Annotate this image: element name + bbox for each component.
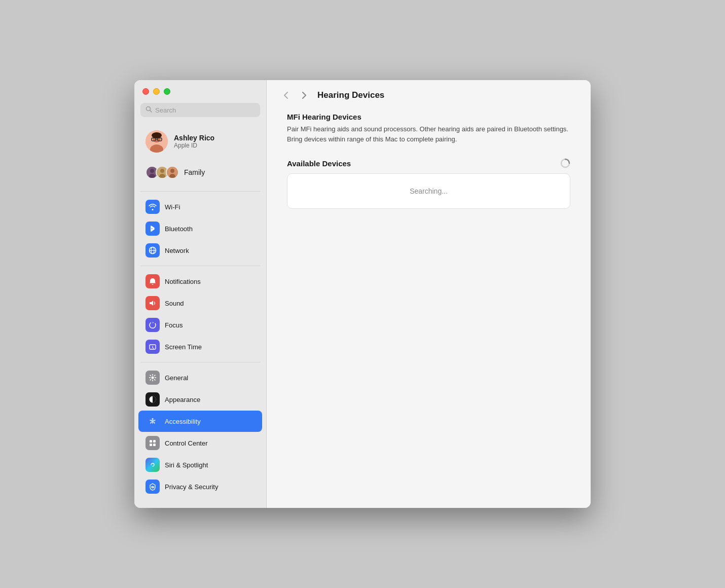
sidebar-item-privacy-label: Privacy & Security bbox=[165, 483, 218, 491]
sidebar-item-wifi[interactable]: Wi-Fi bbox=[138, 196, 262, 217]
sidebar-item-controlcenter[interactable]: Control Center bbox=[138, 432, 262, 454]
search-bar[interactable]: Search bbox=[140, 103, 260, 117]
wifi-icon bbox=[146, 200, 160, 214]
sidebar-item-appearance[interactable]: Appearance bbox=[138, 389, 262, 410]
accessibility-icon bbox=[146, 414, 160, 428]
sidebar-item-focus-label: Focus bbox=[165, 321, 183, 329]
sidebar-group-connectivity: Wi-Fi Bluetooth Network bbox=[134, 196, 266, 262]
svg-point-24 bbox=[152, 418, 154, 420]
back-button[interactable] bbox=[279, 88, 293, 102]
sidebar-item-privacy[interactable]: Privacy & Security bbox=[138, 476, 262, 497]
appearance-icon bbox=[146, 392, 160, 407]
sidebar-item-network[interactable]: Network bbox=[138, 240, 262, 261]
sidebar-item-wifi-label: Wi-Fi bbox=[165, 203, 180, 211]
notifications-icon bbox=[146, 274, 160, 288]
bluetooth-icon bbox=[146, 222, 160, 236]
searching-text: Searching... bbox=[410, 187, 448, 195]
sidebar-item-sound[interactable]: Sound bbox=[138, 292, 262, 314]
siri-icon bbox=[146, 458, 160, 472]
svg-point-8 bbox=[152, 132, 162, 138]
focus-icon bbox=[146, 318, 160, 332]
user-info: Ashley Rico Apple ID bbox=[174, 134, 214, 149]
sound-icon bbox=[146, 296, 160, 310]
screentime-icon bbox=[146, 340, 160, 354]
sidebar-item-focus[interactable]: Focus bbox=[138, 314, 262, 336]
svg-point-29 bbox=[149, 461, 156, 468]
page-title: Hearing Devices bbox=[317, 90, 384, 100]
main-window: Search Ashley Rico Apple ID bbox=[134, 80, 591, 508]
network-icon bbox=[146, 243, 160, 258]
sidebar-item-bluetooth[interactable]: Bluetooth bbox=[138, 218, 262, 239]
sidebar-item-notifications[interactable]: Notifications bbox=[138, 271, 262, 292]
toolbar: Hearing Devices bbox=[267, 80, 591, 108]
family-section[interactable]: Family bbox=[138, 162, 262, 183]
svg-rect-26 bbox=[153, 440, 156, 443]
available-devices-title: Available Devices bbox=[287, 159, 351, 168]
search-icon bbox=[146, 106, 152, 114]
sidebar-item-controlcenter-label: Control Center bbox=[165, 439, 208, 447]
svg-rect-25 bbox=[150, 440, 152, 443]
minimize-button[interactable] bbox=[153, 88, 160, 95]
sidebar-item-network-label: Network bbox=[165, 247, 189, 254]
sidebar-item-accessibility-label: Accessibility bbox=[165, 418, 201, 425]
sidebar-item-general[interactable]: General bbox=[138, 367, 262, 388]
sidebar-item-screentime-label: Screen Time bbox=[165, 343, 202, 351]
user-name: Ashley Rico bbox=[174, 134, 214, 142]
sidebar-divider-3 bbox=[140, 362, 260, 362]
sidebar-divider-1 bbox=[140, 191, 260, 192]
close-button[interactable] bbox=[142, 88, 149, 95]
svg-point-10 bbox=[150, 169, 154, 173]
traffic-lights bbox=[134, 88, 266, 103]
svg-rect-27 bbox=[150, 444, 152, 446]
svg-point-16 bbox=[170, 169, 174, 173]
forward-button[interactable] bbox=[297, 88, 311, 102]
sidebar-group-media: Notifications Sound Focu bbox=[134, 270, 266, 358]
search-placeholder: Search bbox=[155, 106, 176, 114]
sidebar-item-screentime[interactable]: Screen Time bbox=[138, 336, 262, 357]
family-avatars bbox=[146, 166, 179, 179]
maximize-button[interactable] bbox=[164, 88, 170, 95]
svg-point-22 bbox=[152, 377, 154, 379]
family-label: Family bbox=[184, 168, 205, 176]
spinner bbox=[560, 158, 570, 168]
sidebar-item-sound-label: Sound bbox=[165, 300, 184, 307]
sidebar-item-siri-label: Siri & Spotlight bbox=[165, 461, 208, 469]
svg-line-1 bbox=[150, 111, 152, 113]
sidebar-item-appearance-label: Appearance bbox=[165, 396, 200, 403]
available-devices-header: Available Devices bbox=[287, 158, 570, 168]
controlcenter-icon bbox=[146, 436, 160, 450]
svg-rect-28 bbox=[153, 444, 156, 446]
user-section[interactable]: Ashley Rico Apple ID bbox=[138, 125, 262, 158]
mfi-title: MFi Hearing Devices bbox=[287, 113, 570, 121]
sidebar-group-system: General Appearance Acces bbox=[134, 366, 266, 498]
sidebar-item-bluetooth-label: Bluetooth bbox=[165, 225, 193, 233]
privacy-icon bbox=[146, 480, 160, 494]
sidebar-divider-2 bbox=[140, 266, 260, 266]
mfi-description: Pair MFi hearing aids and sound processo… bbox=[287, 124, 570, 144]
sidebar-item-siri[interactable]: Siri & Spotlight bbox=[138, 454, 262, 475]
svg-point-13 bbox=[160, 169, 164, 173]
user-subtitle: Apple ID bbox=[174, 142, 214, 149]
general-icon bbox=[146, 371, 160, 385]
family-avatar-3 bbox=[166, 166, 179, 179]
content-area: MFi Hearing Devices Pair MFi hearing aid… bbox=[267, 108, 591, 508]
sidebar-item-accessibility[interactable]: Accessibility bbox=[138, 411, 262, 432]
devices-box: Searching... bbox=[287, 173, 570, 209]
sidebar-item-notifications-label: Notifications bbox=[165, 278, 201, 285]
sidebar: Search Ashley Rico Apple ID bbox=[134, 80, 266, 508]
main-content: Hearing Devices MFi Hearing Devices Pair… bbox=[266, 80, 591, 508]
avatar bbox=[146, 130, 168, 153]
sidebar-item-general-label: General bbox=[165, 374, 188, 382]
